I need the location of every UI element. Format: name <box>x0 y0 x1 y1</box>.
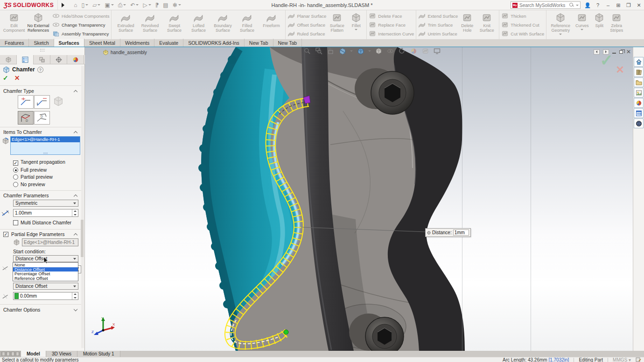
callout-value-input[interactable] <box>453 230 469 236</box>
knit-surface-button[interactable]: Knit Surface <box>476 11 497 38</box>
trim-surface-button[interactable]: Trim Surface <box>418 21 458 28</box>
doc-close-icon[interactable]: ✕ <box>626 49 631 55</box>
display-style-icon[interactable] <box>375 47 383 55</box>
panel-grip[interactable] <box>40 49 45 51</box>
change-transparency-button[interactable]: Change Transparency <box>52 21 109 28</box>
offset-value-field[interactable] <box>13 292 78 300</box>
tab-addins[interactable]: SOLIDWORKS Add-Ins <box>183 39 245 47</box>
boundary-surface-button[interactable]: Boundary Surface <box>210 11 235 38</box>
replace-face-button[interactable]: Replace Face <box>369 21 414 28</box>
distance-input[interactable] <box>14 210 72 216</box>
view-orientation-icon[interactable] <box>357 47 364 55</box>
configurationmanager-tab[interactable] <box>34 55 50 64</box>
tab-new-2[interactable]: New Tab <box>273 39 302 47</box>
distance-callout[interactable]: Distance: <box>425 228 471 237</box>
multi-distance-checkbox[interactable]: Multi Distance Chamfer <box>13 220 71 225</box>
pane-back-button[interactable] <box>594 49 600 55</box>
fullscreen-icon[interactable] <box>433 47 441 55</box>
intersection-curve-button[interactable]: Intersection Curve <box>369 30 414 37</box>
view-palette-icon[interactable] <box>634 88 644 97</box>
chamfer-type-group-header[interactable]: Chamfer Type <box>0 88 82 94</box>
home-icon[interactable]: ⌂ <box>74 2 77 8</box>
doc-restore-icon[interactable] <box>619 50 623 54</box>
selected-edge-item[interactable]: Edge<1>@Handle-RH-1 <box>11 137 80 142</box>
partial-preview-radio[interactable]: Partial preview <box>13 174 53 180</box>
extruded-surface-button[interactable]: Extruded Surface <box>113 11 138 38</box>
hide-show-components-button[interactable]: Hide/Show Components <box>52 12 109 20</box>
lofted-surface-button[interactable]: Lofted Surface <box>186 11 210 38</box>
no-preview-radio[interactable]: No preview <box>13 181 45 187</box>
search-dropdown-arrow[interactable] <box>576 5 579 6</box>
units-selector[interactable]: MMGS ▾ <box>613 357 631 362</box>
save-icon[interactable]: ▣ <box>105 2 113 8</box>
scroll-next-icon[interactable] <box>11 352 15 356</box>
panel-scrollbar-thumb[interactable] <box>81 220 84 257</box>
distance-spinner[interactable] <box>72 209 78 216</box>
tab-features[interactable]: Features <box>0 39 29 47</box>
angle-distance-type-button[interactable] <box>18 95 34 109</box>
tags-icon[interactable] <box>636 357 641 362</box>
file-explorer-icon[interactable] <box>634 77 644 87</box>
restore-button[interactable]: ❐ <box>625 2 632 8</box>
login-user-icon[interactable]: 👤 <box>584 2 591 8</box>
listbox-resize-grip[interactable] <box>43 153 48 154</box>
edit-component-button[interactable]: Edit Component <box>2 11 26 38</box>
delete-face-button[interactable]: Delete Face <box>369 12 414 20</box>
confirmation-corner-ok[interactable]: ✓ <box>600 51 614 70</box>
appearances-icon[interactable] <box>634 98 644 108</box>
zoom-area-icon[interactable] <box>315 47 323 55</box>
new-document-icon[interactable]: ▯ <box>82 2 89 8</box>
confirmation-corner-cancel[interactable]: ✕ <box>616 64 624 76</box>
panel-help-icon[interactable]: ? <box>37 67 43 73</box>
tab-sketch[interactable]: Sketch <box>29 39 54 47</box>
options-gear-icon[interactable]: ✻ <box>173 2 181 8</box>
search-box[interactable]: My <box>511 1 581 9</box>
orientation-dropdown-arrow[interactable] <box>368 50 371 52</box>
full-preview-radio[interactable]: Full preview <box>13 167 47 173</box>
3d-views-tab[interactable]: 3D Views <box>46 351 77 357</box>
distance-field[interactable] <box>13 209 78 217</box>
selection-list[interactable]: Edge<1>@Handle-RH-1 <box>10 136 80 155</box>
distance-distance-type-button[interactable] <box>34 95 50 109</box>
minimize-button[interactable]: – <box>605 2 611 8</box>
close-button[interactable]: ✕ <box>636 2 642 8</box>
design-library-icon[interactable] <box>634 67 644 77</box>
home-tab-icon[interactable] <box>634 57 644 67</box>
planar-surface-button[interactable]: Planar Surface <box>287 12 326 20</box>
split-button[interactable]: Split <box>591 11 607 38</box>
print-icon[interactable]: ⎙ <box>118 2 126 8</box>
no-external-references-button[interactable]: No External References <box>26 11 50 38</box>
tab-weldments[interactable]: Weldments <box>120 39 154 47</box>
symmetry-combo[interactable]: Symmetric <box>13 200 78 207</box>
items-to-chamfer-group-header[interactable]: Items To Chamfer <box>0 129 82 135</box>
offset-spinner[interactable] <box>72 292 78 299</box>
ok-button[interactable]: ✓ <box>3 74 8 82</box>
thickened-cut-button[interactable]: Thickened Cut <box>501 21 544 28</box>
tab-sheet-metal[interactable]: Sheet Metal <box>84 39 120 47</box>
graphics-viewport[interactable]: ✕ handle_assembly ✓ ✕ Distance: Y X Z <box>85 47 633 351</box>
option-reference-offset[interactable]: Reference Offset <box>13 276 78 281</box>
assembly-transparency-button[interactable]: Assembly Transparency <box>52 30 109 37</box>
previous-view-icon[interactable] <box>327 47 335 55</box>
assembly-tree-label[interactable]: handle_assembly <box>103 49 147 56</box>
cut-with-surface-button[interactable]: Cut With Surface <box>501 30 544 37</box>
face-face-type-button[interactable]: D <box>34 111 50 125</box>
section-dropdown-arrow[interactable] <box>350 50 353 52</box>
extend-surface-button[interactable]: Extend Surface <box>418 12 458 20</box>
tab-scroll-arrows[interactable] <box>0 351 21 357</box>
menu-flyout-arrow[interactable] <box>62 3 64 7</box>
curves-button[interactable]: Curves <box>573 11 591 38</box>
reference-geometry-button[interactable]: Reference Geometry <box>548 11 573 38</box>
untrim-surface-button[interactable]: Untrim Surface <box>418 30 458 37</box>
section-view-icon[interactable] <box>338 47 346 55</box>
offset-surface-button[interactable]: Offset Surface <box>287 21 326 28</box>
solidworks-resources-icon[interactable] <box>634 118 644 128</box>
end-condition-combo[interactable]: Distance Offset <box>13 283 78 290</box>
fillet-button[interactable]: Fillet <box>348 11 364 38</box>
tangent-propagation-checkbox[interactable]: ✓Tangent propagation <box>13 159 65 166</box>
model-tab[interactable]: Model <box>21 351 46 357</box>
attachment-icon[interactable]: ⁋ <box>155 2 159 8</box>
zoom-fit-icon[interactable] <box>303 47 311 55</box>
hide-show-items-icon[interactable] <box>386 47 394 55</box>
undo-icon[interactable]: ↶ <box>130 2 139 8</box>
